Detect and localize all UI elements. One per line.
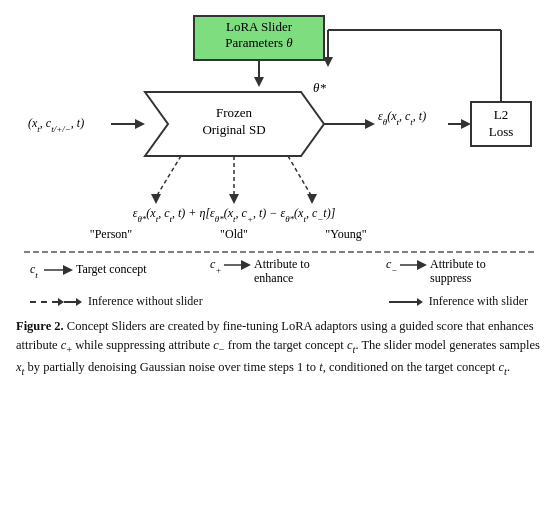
theta-star-label: θ* <box>313 80 326 95</box>
legend-dashed-label: Inference without slider <box>88 294 203 309</box>
lora-title-line2: Parameters θ <box>225 35 293 50</box>
cplus-label: c+ <box>210 257 221 275</box>
input-label: (xt, ct/+/−, t) <box>28 116 84 134</box>
epsilon-out-label: εθ(xt, ct, t) <box>378 109 426 127</box>
main-diagram-svg: LoRA Slider Parameters θ θ* (xt, ct/+/−,… <box>16 12 542 292</box>
formula-text: εθ*(xt, ct, t) + η[εθ*(xt, c+, t) − εθ*(… <box>133 206 336 224</box>
legend-row: Inference without slider Inference with … <box>16 294 542 309</box>
cminus-label: c− <box>386 257 397 275</box>
frozen-sd-line1: Frozen <box>216 105 253 120</box>
svg-marker-9 <box>461 119 471 129</box>
svg-marker-18 <box>229 194 239 204</box>
cplus-enhance-label: enhance <box>254 271 293 285</box>
svg-marker-2 <box>254 77 264 87</box>
ct-label: ct <box>30 262 38 280</box>
svg-marker-14 <box>323 57 333 67</box>
diagram-container: LoRA Slider Parameters θ θ* (xt, ct/+/−,… <box>16 12 542 309</box>
lora-title-line1: LoRA Slider <box>226 19 293 34</box>
svg-marker-7 <box>365 119 375 129</box>
svg-marker-27 <box>417 260 427 270</box>
l2-line2: Loss <box>489 124 514 139</box>
caption: Figure 2. Concept Sliders are created by… <box>16 317 542 380</box>
svg-marker-23 <box>63 265 73 275</box>
legend-solid-arrow <box>389 298 423 306</box>
svg-marker-20 <box>307 194 317 204</box>
ct-concept-label: Target concept <box>76 262 147 276</box>
quote-person: "Person" <box>90 227 133 241</box>
svg-marker-4 <box>135 119 145 129</box>
legend-dashed-arrow <box>30 298 82 306</box>
cplus-concept-label: Attribute to <box>254 257 310 271</box>
svg-line-15 <box>156 156 181 197</box>
svg-marker-25 <box>241 260 251 270</box>
legend-solid-label: Inference with slider <box>429 294 528 309</box>
legend-solid-item: Inference with slider <box>389 294 528 309</box>
figure-number: Figure 2. <box>16 319 64 333</box>
quote-young: "Young" <box>325 227 366 241</box>
cminus-suppress-label: suppress <box>430 271 472 285</box>
caption-text: Concept Sliders are created by fine-tuni… <box>16 319 540 374</box>
quote-old: "Old" <box>220 227 248 241</box>
legend-dashed-item: Inference without slider <box>30 294 203 309</box>
frozen-sd-line2: Original SD <box>202 122 265 137</box>
cminus-concept-label: Attribute to <box>430 257 486 271</box>
svg-line-19 <box>288 156 312 197</box>
l2-line1: L2 <box>494 107 508 122</box>
svg-marker-16 <box>151 194 161 204</box>
